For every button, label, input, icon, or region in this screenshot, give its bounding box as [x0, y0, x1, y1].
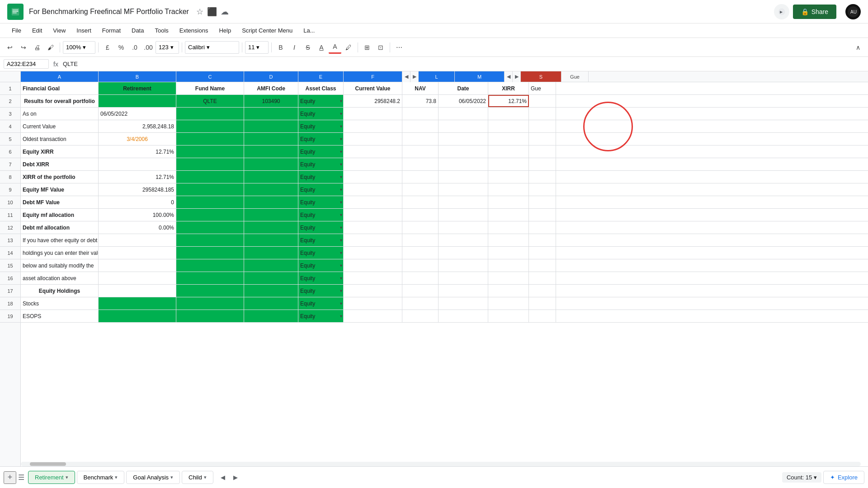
- cell-b19[interactable]: [99, 310, 176, 322]
- sheet-nav-right[interactable]: ▶: [230, 472, 241, 483]
- cell-l17[interactable]: [402, 285, 439, 297]
- font-name-dropdown[interactable]: Calibri ▾: [185, 41, 239, 54]
- cell-l11[interactable]: [402, 209, 439, 221]
- cell-l16[interactable]: [402, 272, 439, 284]
- cell-s12[interactable]: [488, 221, 529, 234]
- cell-c10[interactable]: [176, 196, 244, 208]
- cell-f5[interactable]: [344, 133, 402, 145]
- cell-b6[interactable]: 12.71%: [99, 145, 176, 158]
- cell-f15[interactable]: [344, 259, 402, 272]
- cell-c4[interactable]: [176, 120, 244, 132]
- cell-f8[interactable]: [344, 171, 402, 183]
- cell-c3[interactable]: [176, 108, 244, 120]
- cell-l1[interactable]: NAV: [402, 82, 439, 94]
- cell-e11[interactable]: Equity▾: [298, 209, 344, 221]
- cell-e18[interactable]: Equity▾: [298, 297, 344, 310]
- merge-cells-button[interactable]: ⊡: [374, 41, 387, 54]
- cell-m14[interactable]: [439, 247, 488, 259]
- cell-extra2[interactable]: [529, 95, 556, 107]
- cell-e5[interactable]: Equity▾: [298, 133, 344, 145]
- row-num-1[interactable]: 1: [0, 82, 20, 95]
- cell-b9[interactable]: 2958248.185: [99, 183, 176, 196]
- cell-s2[interactable]: 12.71%: [488, 95, 529, 107]
- cell-f6[interactable]: [344, 145, 402, 158]
- cell-extra12[interactable]: [529, 221, 556, 234]
- more-options-button[interactable]: ⋯: [393, 41, 406, 54]
- dropdown-arrow[interactable]: ▾: [340, 263, 342, 268]
- cell-s8[interactable]: [488, 171, 529, 183]
- col-header-b[interactable]: B: [99, 71, 176, 82]
- cell-s11[interactable]: [488, 209, 529, 221]
- row-num-10[interactable]: 10: [0, 196, 20, 209]
- cell-f9[interactable]: [344, 183, 402, 196]
- cell-m11[interactable]: [439, 209, 488, 221]
- cell-b12[interactable]: 0.00%: [99, 221, 176, 234]
- col-header-l[interactable]: L: [419, 71, 455, 82]
- col-nav-right[interactable]: ▶: [410, 71, 419, 82]
- row-num-12[interactable]: 12: [0, 221, 20, 234]
- cell-c6[interactable]: [176, 145, 244, 158]
- cell-a15[interactable]: below and suitably modify the: [21, 259, 99, 272]
- cell-extra6[interactable]: [529, 145, 556, 158]
- col-nav-left[interactable]: ◀: [402, 71, 410, 82]
- cell-e10[interactable]: Equity▾: [298, 196, 344, 208]
- cell-a17[interactable]: Equity Holdings: [21, 285, 99, 297]
- dropdown-arrow[interactable]: ▾: [340, 187, 342, 192]
- save-to-drive-icon[interactable]: ⬛: [207, 7, 217, 17]
- cell-f17[interactable]: [344, 285, 402, 297]
- cell-d11[interactable]: [244, 209, 298, 221]
- row-num-5[interactable]: 5: [0, 133, 20, 145]
- menu-extensions[interactable]: Extensions: [175, 25, 213, 36]
- cell-c14[interactable]: [176, 247, 244, 259]
- cell-e3[interactable]: Equity▾: [298, 108, 344, 120]
- cell-b1[interactable]: Retirement: [99, 82, 176, 94]
- cell-b17[interactable]: [99, 285, 176, 297]
- cell-m8[interactable]: [439, 171, 488, 183]
- dropdown-arrow[interactable]: ▾: [340, 212, 342, 217]
- undo-button[interactable]: ↩: [4, 41, 16, 54]
- dropdown-arrow[interactable]: ▾: [340, 301, 342, 306]
- cell-s5[interactable]: [488, 133, 529, 145]
- count-chevron-icon[interactable]: ▾: [814, 474, 817, 481]
- bold-button[interactable]: B: [274, 41, 287, 54]
- cell-e8[interactable]: Equity▾: [298, 171, 344, 183]
- star-icon[interactable]: ☆: [196, 7, 203, 17]
- cell-b13[interactable]: [99, 234, 176, 246]
- strikethrough-button[interactable]: S: [302, 41, 314, 54]
- cell-d2[interactable]: 103490: [244, 95, 298, 107]
- dropdown-arrow[interactable]: ▾: [340, 136, 342, 141]
- cell-m4[interactable]: [439, 120, 488, 132]
- cell-extra15[interactable]: [529, 259, 556, 272]
- cell-extra18[interactable]: [529, 297, 556, 310]
- cell-m16[interactable]: [439, 272, 488, 284]
- italic-button[interactable]: I: [288, 41, 301, 54]
- cell-s16[interactable]: [488, 272, 529, 284]
- increase-decimal-button[interactable]: .00: [142, 41, 155, 54]
- cell-l10[interactable]: [402, 196, 439, 208]
- cell-m15[interactable]: [439, 259, 488, 272]
- cell-d14[interactable]: [244, 247, 298, 259]
- font-size-dropdown[interactable]: 11 ▾: [245, 41, 269, 54]
- cell-reference-input[interactable]: [4, 59, 49, 69]
- cloud-icon[interactable]: ☁: [221, 7, 229, 17]
- cell-d15[interactable]: [244, 259, 298, 272]
- cell-c16[interactable]: [176, 272, 244, 284]
- cell-extra5[interactable]: [529, 133, 556, 145]
- cell-m5[interactable]: [439, 133, 488, 145]
- menu-script-center[interactable]: Script Center Menu: [237, 25, 297, 36]
- dropdown-arrow[interactable]: ▾: [340, 314, 342, 319]
- menu-insert[interactable]: Insert: [72, 25, 96, 36]
- tab-goal-analysis[interactable]: Goal Analysis ▾: [126, 471, 180, 484]
- cell-m17[interactable]: [439, 285, 488, 297]
- cell-l9[interactable]: [402, 183, 439, 196]
- cell-e19[interactable]: Equity▾: [298, 310, 344, 322]
- cell-a10[interactable]: Debt MF Value: [21, 196, 99, 208]
- cell-s10[interactable]: [488, 196, 529, 208]
- dropdown-arrow[interactable]: ▾: [340, 250, 342, 255]
- cell-l3[interactable]: [402, 108, 439, 120]
- cell-l6[interactable]: [402, 145, 439, 158]
- cell-l12[interactable]: [402, 221, 439, 234]
- tab-retirement-arrow[interactable]: ▾: [66, 474, 68, 480]
- cell-s1[interactable]: XIRR: [488, 82, 529, 94]
- cell-l7[interactable]: [402, 158, 439, 170]
